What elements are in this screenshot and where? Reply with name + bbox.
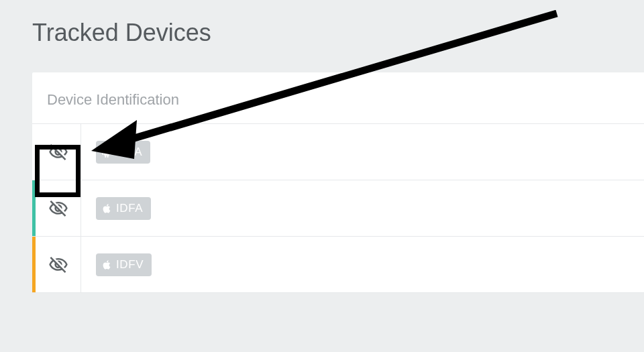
eye-slash-icon [48, 198, 68, 219]
visibility-toggle[interactable] [36, 124, 81, 180]
page-title: Tracked Devices [0, 0, 644, 63]
device-row: AIFA [32, 124, 644, 180]
visibility-toggle[interactable] [36, 237, 81, 292]
panel-header-label: Device Identification [47, 91, 179, 108]
device-tag-aifa[interactable]: AIFA [96, 141, 150, 164]
visibility-toggle[interactable] [36, 180, 81, 236]
device-id-panel: Device Identification AIFA IDFA [32, 72, 644, 293]
device-tag-label: IDFA [116, 202, 143, 215]
apple-icon [101, 259, 112, 270]
device-tag-label: IDFV [116, 258, 144, 272]
eye-slash-icon [48, 255, 68, 275]
device-tag-idfa[interactable]: IDFA [96, 197, 151, 220]
device-tag-label: AIFA [116, 145, 142, 159]
device-row: IDFA [32, 180, 644, 237]
eye-slash-icon [48, 142, 68, 162]
apple-icon [101, 203, 112, 214]
android-icon [101, 147, 112, 158]
panel-header: Device Identification [32, 72, 644, 124]
device-row: IDFV [32, 237, 644, 293]
device-tag-idfv[interactable]: IDFV [96, 253, 152, 276]
